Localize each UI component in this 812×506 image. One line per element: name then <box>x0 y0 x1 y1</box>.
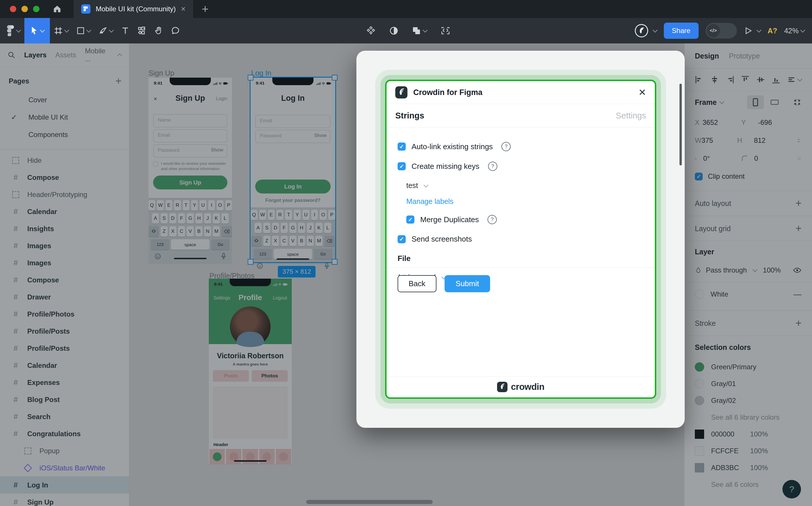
components-icon <box>137 26 146 35</box>
minimize-window-button[interactable] <box>21 6 28 12</box>
new-tab-button[interactable]: + <box>202 3 208 16</box>
create-missing-keys-option[interactable]: ✓ Create missing keys ? <box>398 162 644 171</box>
crowdin-wordmark: crowdin <box>511 382 544 392</box>
merge-duplicates-option[interactable]: ✓ Merge Duplicates ? <box>406 215 644 224</box>
dev-toggle-knob: </> <box>707 24 720 37</box>
help-icon[interactable]: ? <box>501 142 511 151</box>
text-tool[interactable] <box>117 18 133 44</box>
titlebar: Mobile UI kit (Community) × + <box>0 0 812 18</box>
component-icon[interactable] <box>366 26 376 35</box>
resources-tool[interactable] <box>133 18 150 44</box>
avatar <box>635 24 648 37</box>
figma-file-icon <box>81 4 90 14</box>
shape-tool[interactable] <box>72 18 94 44</box>
checkbox-checked[interactable]: ✓ <box>398 162 406 170</box>
cursor-icon <box>30 26 38 35</box>
share-button[interactable]: Share <box>664 23 699 39</box>
crowdin-icon <box>497 382 508 392</box>
crowdin-footer: crowdin <box>387 376 655 397</box>
window-controls <box>10 6 40 12</box>
home-icon[interactable] <box>52 4 62 14</box>
plugin-window: Crowdin for Figma ✕ Strings Settings ✓ A… <box>356 51 685 428</box>
frame-tool[interactable] <box>50 18 72 44</box>
missing-fonts-badge[interactable]: A? <box>768 27 777 35</box>
comment-tool[interactable] <box>167 18 184 44</box>
tab-close-icon[interactable]: × <box>181 5 186 13</box>
hand-tool[interactable] <box>150 18 167 44</box>
plugin-scrollbar[interactable] <box>679 84 682 165</box>
pen-tool[interactable] <box>94 18 117 44</box>
submit-button[interactable]: Submit <box>445 275 490 292</box>
frame-icon <box>54 26 63 35</box>
tab-title: Mobile UI kit (Community) <box>96 5 176 13</box>
play-icon <box>744 26 753 35</box>
label-dropdown[interactable]: test <box>406 181 644 190</box>
file-tab[interactable]: Mobile UI kit (Community) × <box>74 0 193 18</box>
send-screenshots-option[interactable]: ✓ Send screenshots <box>398 235 644 244</box>
toolbar: Share </> A? 42% <box>0 18 812 44</box>
chevron-down-icon <box>424 182 429 187</box>
file-label: File <box>398 254 644 263</box>
crowdin-modal: Crowdin for Figma ✕ Strings Settings ✓ A… <box>385 80 656 399</box>
help-icon[interactable]: ? <box>487 215 497 224</box>
auto-link-option[interactable]: ✓ Auto-link existing strings ? <box>398 142 644 151</box>
pen-icon <box>98 26 107 35</box>
checkbox-checked[interactable]: ✓ <box>398 143 406 151</box>
present-menu[interactable] <box>744 26 761 35</box>
plugin-title: Crowdin for Figma <box>413 88 483 97</box>
help-icon[interactable]: ? <box>488 162 497 171</box>
account-menu[interactable] <box>635 24 657 37</box>
checkbox-checked[interactable]: ✓ <box>406 216 414 224</box>
zoom-menu[interactable]: 42% <box>784 27 804 35</box>
move-tool[interactable] <box>24 18 50 44</box>
rectangle-icon <box>77 27 85 35</box>
comment-icon <box>171 26 180 35</box>
main-menu-button[interactable] <box>3 18 24 44</box>
hand-icon <box>154 26 163 35</box>
back-button[interactable]: Back <box>398 275 436 292</box>
close-window-button[interactable] <box>10 6 16 12</box>
tab-settings[interactable]: Settings <box>616 111 646 120</box>
tab-strings[interactable]: Strings <box>395 111 424 120</box>
crowdin-icon <box>395 86 407 98</box>
figma-logo-icon <box>7 25 14 36</box>
boolean-union-icon <box>412 26 421 35</box>
checkbox-checked[interactable]: ✓ <box>398 235 406 243</box>
dev-mode-icon[interactable] <box>440 26 451 35</box>
mask-icon[interactable] <box>389 26 398 35</box>
zoom-level: 42% <box>784 27 799 35</box>
text-icon <box>121 27 129 35</box>
figma-app: Mobile UI kit (Community) × + <box>0 0 812 506</box>
close-icon[interactable]: ✕ <box>638 87 646 98</box>
maximize-window-button[interactable] <box>33 6 40 12</box>
boolean-group[interactable] <box>412 26 427 35</box>
manage-labels-link[interactable]: Manage labels <box>406 197 454 205</box>
dev-mode-toggle[interactable]: </> <box>705 23 737 38</box>
